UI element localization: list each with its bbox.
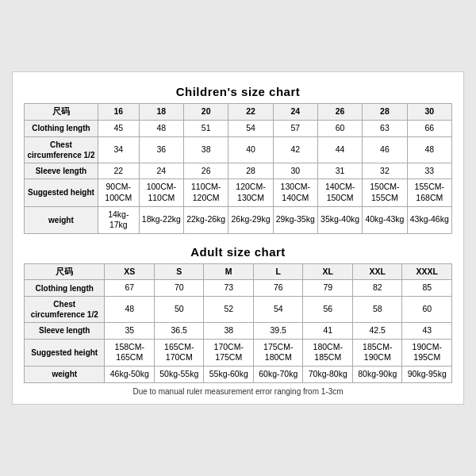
cell-value: 80kg-90kg (352, 367, 402, 383)
children-header-row: 尺码1618202224262830 (25, 104, 452, 121)
cell-value: 43 (402, 323, 452, 340)
table-row: Clothing length4548515457606366 (25, 120, 452, 136)
cell-value: 14kg-17kg (98, 206, 139, 233)
cell-value: 73 (204, 280, 254, 297)
cell-value: 38 (204, 323, 254, 340)
cell-value: 185CM-190CM (352, 339, 402, 366)
row-label: Clothing length (25, 120, 98, 136)
row-label: Suggested height (25, 179, 98, 206)
row-label: Sleeve length (25, 163, 98, 179)
cell-value: 70 (154, 280, 204, 297)
cell-value: 24 (139, 163, 183, 179)
cell-value: 54 (228, 120, 273, 136)
row-label: Clothing length (25, 280, 105, 297)
cell-value: 76 (253, 280, 303, 297)
cell-value: 36 (139, 136, 183, 163)
adult-col-header: XS (105, 263, 155, 280)
cell-value: 38 (184, 136, 228, 163)
cell-value: 31 (317, 163, 362, 179)
cell-value: 180CM-185CM (303, 339, 353, 366)
cell-value: 48 (139, 120, 183, 136)
table-row: Sleeve length3536.53839.54142.543 (25, 323, 452, 340)
children-col-header: 28 (363, 104, 407, 121)
cell-value: 46kg-50kg (105, 367, 155, 383)
cell-value: 63 (363, 120, 407, 136)
children-size-table: 尺码1618202224262830 Clothing length454851… (24, 103, 452, 233)
table-row: Suggested height90CM-100CM100CM-110CM110… (25, 179, 452, 206)
cell-value: 46 (363, 136, 407, 163)
children-col-header: 尺码 (25, 104, 98, 121)
cell-value: 70kg-80kg (303, 367, 353, 383)
cell-value: 130CM-140CM (273, 179, 317, 206)
cell-value: 79 (303, 280, 353, 297)
size-chart-container: Children's size chart 尺码1618202224262830… (12, 71, 464, 404)
adult-col-header: 尺码 (25, 263, 105, 280)
cell-value: 67 (105, 280, 155, 297)
cell-value: 110CM-120CM (184, 179, 228, 206)
cell-value: 26 (184, 163, 228, 179)
cell-value: 50kg-55kg (154, 367, 204, 383)
cell-value: 54 (253, 297, 303, 323)
row-label: weight (25, 206, 98, 233)
cell-value: 33 (407, 163, 451, 179)
cell-value: 175CM-180CM (253, 339, 303, 366)
cell-value: 28 (228, 163, 273, 179)
cell-value: 35kg-40kg (317, 206, 362, 233)
children-col-header: 20 (184, 104, 228, 121)
cell-value: 40kg-43kg (363, 206, 407, 233)
cell-value: 120CM-130CM (228, 179, 273, 206)
cell-value: 40 (228, 136, 273, 163)
cell-value: 34 (98, 136, 139, 163)
adult-col-header: S (154, 263, 204, 280)
adult-col-header: M (204, 263, 254, 280)
children-col-header: 30 (407, 104, 451, 121)
adult-table-body: Clothing length67707376798285Chest circu… (25, 280, 452, 382)
cell-value: 30 (273, 163, 317, 179)
cell-value: 42 (273, 136, 317, 163)
cell-value: 41 (303, 323, 353, 340)
cell-value: 140CM-150CM (317, 179, 362, 206)
cell-value: 155CM-168CM (407, 179, 451, 206)
cell-value: 35 (105, 323, 155, 340)
cell-value: 44 (317, 136, 362, 163)
table-row: Chest circumference 1/248505254565860 (25, 297, 452, 323)
cell-value: 51 (184, 120, 228, 136)
table-row: weight46kg-50kg50kg-55kg55kg-60kg60kg-70… (25, 367, 452, 383)
cell-value: 90CM-100CM (98, 179, 139, 206)
cell-value: 18kg-22kg (139, 206, 183, 233)
cell-value: 58 (352, 297, 402, 323)
cell-value: 39.5 (253, 323, 303, 340)
adult-col-header: L (253, 263, 303, 280)
cell-value: 56 (303, 297, 353, 323)
children-col-header: 24 (273, 104, 317, 121)
cell-value: 100CM-110CM (139, 179, 183, 206)
cell-value: 55kg-60kg (204, 367, 254, 383)
cell-value: 150CM-155CM (363, 179, 407, 206)
table-row: weight14kg-17kg18kg-22kg22kg-26kg26kg-29… (25, 206, 452, 233)
children-table-body: Clothing length4548515457606366Chest cir… (25, 120, 452, 233)
children-col-header: 18 (139, 104, 183, 121)
adult-col-header: XXL (352, 263, 402, 280)
cell-value: 32 (363, 163, 407, 179)
children-chart-title: Children's size chart (24, 85, 452, 98)
row-label: Sleeve length (25, 323, 105, 340)
cell-value: 22 (98, 163, 139, 179)
adult-size-table: 尺码XSSMLXLXXLXXXL Clothing length67707376… (24, 263, 452, 383)
cell-value: 165CM-170CM (154, 339, 204, 366)
table-row: Chest circumference 1/23436384042444648 (25, 136, 452, 163)
row-label: Chest circumference 1/2 (25, 297, 105, 323)
cell-value: 26kg-29kg (228, 206, 273, 233)
cell-value: 50 (154, 297, 204, 323)
children-col-header: 16 (98, 104, 139, 121)
cell-value: 60kg-70kg (253, 367, 303, 383)
row-label: Suggested height (25, 339, 105, 366)
cell-value: 22kg-26kg (184, 206, 228, 233)
disclaimer-text: Due to manual ruler measurement error ra… (24, 387, 452, 396)
cell-value: 60 (402, 297, 452, 323)
cell-value: 52 (204, 297, 254, 323)
adult-col-header: XXXL (402, 263, 452, 280)
cell-value: 48 (407, 136, 451, 163)
cell-value: 60 (317, 120, 362, 136)
table-row: Suggested height158CM-165CM165CM-170CM17… (25, 339, 452, 366)
adult-col-header: XL (303, 263, 353, 280)
